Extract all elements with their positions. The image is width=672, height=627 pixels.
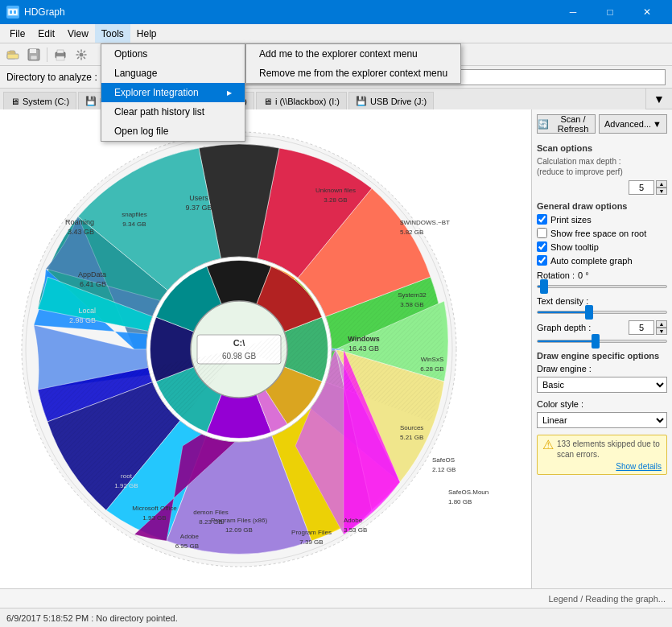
scan-refresh-button[interactable]: 🔄 Scan / Refresh xyxy=(537,114,596,134)
print-sizes-label: Print sizes xyxy=(550,215,592,225)
menu-options[interactable]: Options xyxy=(101,44,245,64)
warning-box: ⚠ 133 elements skipped due to scan error… xyxy=(537,435,667,475)
svg-text:Unknown files: Unknown files xyxy=(315,187,356,194)
chevron-down-icon: ▼ xyxy=(653,119,662,129)
menu-view[interactable]: View xyxy=(61,24,95,43)
tab-scroll-right[interactable]: ▼ xyxy=(649,90,669,108)
toolbar-settings[interactable] xyxy=(72,46,91,64)
window-title: HDGraph xyxy=(24,6,65,18)
svg-text:AppData: AppData xyxy=(78,270,106,278)
calc-depth-up[interactable]: ▲ xyxy=(656,180,667,188)
text-density-slider-track[interactable] xyxy=(537,311,667,314)
svg-text:12.09 GB: 12.09 GB xyxy=(225,526,253,534)
show-details-link[interactable]: Show details xyxy=(542,462,662,471)
tab-icon: 💾 xyxy=(85,96,97,106)
app-icon xyxy=(6,6,19,19)
warning-text: 133 elements skipped due to scan errors. xyxy=(557,439,662,460)
general-draw-title: General draw options xyxy=(537,201,667,211)
svg-text:3.53 GB: 3.53 GB xyxy=(344,526,367,534)
svg-text:2.98 GB: 2.98 GB xyxy=(69,316,96,324)
scan-options-title: Scan options xyxy=(537,143,667,153)
minimize-button[interactable]: ─ xyxy=(555,0,592,24)
svg-text:6.95 GB: 6.95 GB xyxy=(175,542,199,550)
right-panel: 🔄 Scan / Refresh Advanced... ▼ Scan opti… xyxy=(531,109,672,588)
menu-bar: File Edit View Tools Help Options Langua… xyxy=(0,24,672,43)
auto-complete-checkbox[interactable] xyxy=(537,255,547,266)
tab-icon: 💾 xyxy=(356,96,367,106)
close-button[interactable]: ✕ xyxy=(629,0,666,24)
graph-depth-input[interactable] xyxy=(629,320,654,335)
svg-text:9.34 GB: 9.34 GB xyxy=(122,221,146,228)
scan-icon: 🔄 xyxy=(538,119,549,130)
svg-rect-5 xyxy=(7,54,19,59)
svg-text:3.28 GB: 3.28 GB xyxy=(324,196,347,204)
graph-depth-up[interactable]: ▲ xyxy=(656,320,667,328)
tab-label: USB Drive (J:) xyxy=(370,97,427,106)
svg-text:C:\: C:\ xyxy=(233,338,245,348)
draw-engine-select[interactable]: Basic Advanced xyxy=(537,377,667,393)
advanced-button[interactable]: Advanced... ▼ xyxy=(599,114,667,134)
svg-text:Adobe: Adobe xyxy=(344,517,363,524)
toolbar-open[interactable] xyxy=(3,46,23,64)
graph-area: C:\ 60.98 GB Windows 16.43 GB System32 3… xyxy=(0,109,531,588)
tab-usb-j[interactable]: 💾 USB Drive (J:) xyxy=(348,92,434,109)
calc-depth-down[interactable]: ▼ xyxy=(656,188,667,195)
tab-icon: 🖥 xyxy=(10,97,19,106)
menu-file[interactable]: File xyxy=(3,24,31,43)
legend-text: Legend / Reading the graph... xyxy=(548,594,666,604)
menu-open-log[interactable]: Open log file xyxy=(101,122,245,141)
svg-text:6.41 GB: 6.41 GB xyxy=(80,280,106,288)
menu-explorer-integration[interactable]: Explorer Integration ▶ xyxy=(101,83,245,102)
svg-rect-0 xyxy=(8,9,18,15)
menu-edit[interactable]: Edit xyxy=(31,24,61,43)
svg-rect-1 xyxy=(10,10,12,14)
menu-language[interactable]: Language xyxy=(101,64,245,83)
show-tooltip-label: Show tooltip xyxy=(550,242,599,252)
graph-depth-down[interactable]: ▼ xyxy=(656,328,667,335)
svg-rect-7 xyxy=(30,49,36,53)
graph-depth-slider-track[interactable] xyxy=(537,340,667,343)
sunburst-chart: C:\ 60.98 GB Windows 16.43 GB System32 3… xyxy=(0,116,489,583)
calc-depth-input[interactable] xyxy=(629,180,654,195)
svg-text:Roaming: Roaming xyxy=(65,218,94,226)
color-style-label: Color style : xyxy=(537,399,667,409)
svg-text:1.93 GB: 1.93 GB xyxy=(142,514,166,522)
color-style-select[interactable]: Linear Random Gradient xyxy=(537,412,667,428)
rotation-slider-track[interactable] xyxy=(537,285,667,288)
legend-bar: Legend / Reading the graph... xyxy=(0,588,672,608)
menu-help[interactable]: Help xyxy=(130,24,163,43)
svg-text:7.39 GB: 7.39 GB xyxy=(299,538,323,546)
svg-text:snapfiles: snapfiles xyxy=(122,211,147,218)
calc-depth-desc: Calculation max depth : (reduce to impro… xyxy=(537,156,667,177)
svg-rect-10 xyxy=(57,50,64,53)
toolbar-print[interactable] xyxy=(51,46,70,64)
print-sizes-checkbox[interactable] xyxy=(537,214,547,225)
show-free-space-checkbox[interactable] xyxy=(537,228,547,238)
svg-text:3.43 GB: 3.43 GB xyxy=(68,228,94,236)
submenu-add-me[interactable]: Add me to the explorer context menu xyxy=(246,44,460,64)
menu-clear-path[interactable]: Clear path history list xyxy=(101,102,245,122)
tab-system-c[interactable]: 🖥 System (C:) xyxy=(3,92,76,109)
svg-text:1.80 GB: 1.80 GB xyxy=(448,498,472,505)
show-free-space-label: Show free space on root xyxy=(550,229,646,238)
show-tooltip-checkbox[interactable] xyxy=(537,241,547,252)
svg-text:Program Files: Program Files xyxy=(291,529,332,536)
svg-point-12 xyxy=(80,52,84,56)
svg-text:demon Files: demon Files xyxy=(193,509,229,516)
tab-label: i (\\Blackbox) (I:) xyxy=(275,97,340,106)
toolbar-save[interactable] xyxy=(24,46,43,64)
svg-text:SafeOS.Mount: SafeOS.Mount xyxy=(448,489,489,496)
svg-text:Local: Local xyxy=(78,307,96,315)
auto-complete-label: Auto complete graph xyxy=(550,256,633,266)
menu-tools[interactable]: Tools xyxy=(95,24,130,43)
svg-rect-4 xyxy=(10,51,14,52)
draw-engine-label: Draw engine : xyxy=(537,364,667,373)
warning-icon: ⚠ xyxy=(542,439,554,452)
maximize-button[interactable]: □ xyxy=(592,0,629,24)
text-density-label: Text density : xyxy=(537,296,588,306)
submenu-remove-me[interactable]: Remove me from the explorer context menu xyxy=(246,64,460,83)
draw-engine-title: Draw engine specific options xyxy=(537,351,667,361)
title-bar: HDGraph ─ □ ✕ xyxy=(0,0,672,24)
svg-text:2.12 GB: 2.12 GB xyxy=(432,466,456,473)
tab-blackbox-i[interactable]: 🖥 i (\\Blackbox) (I:) xyxy=(256,92,347,109)
